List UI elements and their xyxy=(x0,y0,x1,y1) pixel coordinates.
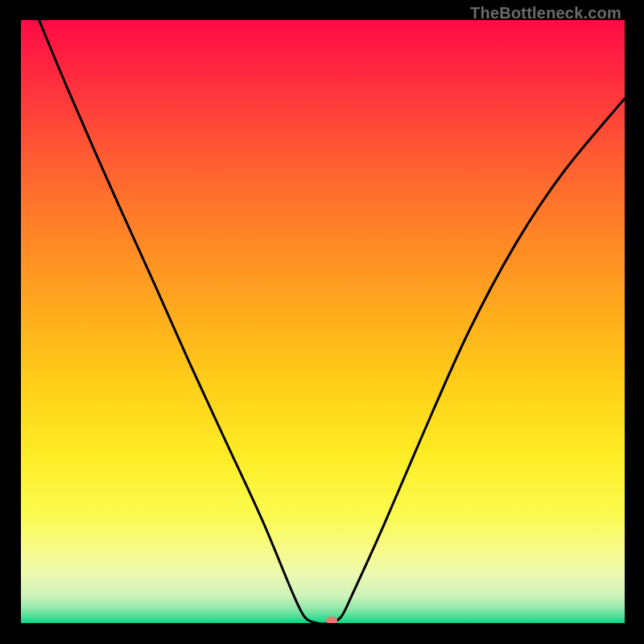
optimum-marker xyxy=(326,617,337,623)
plot-area xyxy=(21,20,625,623)
bottleneck-curve xyxy=(21,20,625,623)
watermark-text: TheBottleneck.com xyxy=(470,4,621,23)
chart-frame: TheBottleneck.com xyxy=(0,0,644,644)
